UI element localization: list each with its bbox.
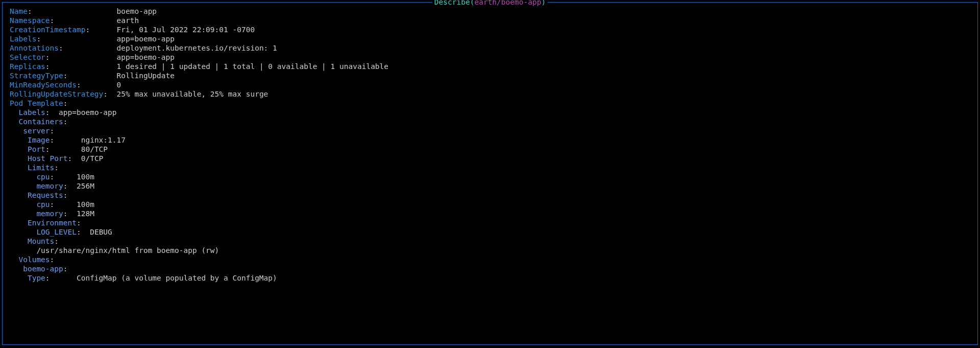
val-name: boemo-app — [117, 7, 157, 15]
key-minready: MinReadySeconds — [10, 81, 77, 89]
row-strategy: StrategyType: RollingUpdate — [10, 71, 977, 80]
val-labels: app=boemo-app — [117, 35, 175, 43]
pod-labels-key: Labels — [18, 108, 45, 117]
requests-header: Requests — [28, 191, 63, 199]
env-header: Environment — [28, 219, 77, 227]
req-mem-key: memory — [36, 210, 63, 218]
env-log-val: DEBUG — [90, 228, 112, 236]
key-creation: CreationTimestamp — [10, 26, 85, 34]
row-requests: Requests: — [10, 191, 977, 200]
title-ref: earth/boemo-app — [474, 0, 541, 6]
hostport-key: Host Port — [28, 154, 68, 163]
row-minready: MinReadySeconds: 0 — [10, 80, 977, 89]
mount-path: /usr/share/nginx/html from boemo-app (rw… — [36, 246, 219, 254]
key-strategy: StrategyType — [10, 72, 63, 80]
row-namespace: Namespace: earth — [10, 16, 977, 25]
key-annotations: Annotations — [10, 44, 59, 52]
title-action: Describe — [434, 0, 470, 6]
row-env: Environment: — [10, 218, 977, 227]
key-selector: Selector — [10, 53, 45, 61]
vol-type-key: Type — [28, 274, 45, 282]
val-annotations: deployment.kubernetes.io/revision: 1 — [117, 44, 277, 52]
row-name: Name: boemo-app — [10, 7, 977, 16]
row-port: Port: 80/TCP — [10, 145, 977, 154]
title-rparen: ) — [541, 0, 546, 6]
row-req-cpu: cpu: 100m — [10, 200, 977, 209]
key-namespace: Namespace — [10, 16, 50, 25]
key-labels: Labels — [10, 35, 36, 43]
row-hostport: Host Port: 0/TCP — [10, 154, 977, 163]
val-namespace: earth — [117, 16, 139, 25]
row-limits-cpu: cpu: 100m — [10, 172, 977, 181]
hostport-val: 0/TCP — [81, 154, 104, 163]
container-name: server — [23, 127, 50, 135]
limits-cpu-val: 100m — [77, 173, 94, 181]
row-vol-name: boemo-app: — [10, 264, 977, 273]
panel-title: Describe(earth/boemo-app) — [432, 0, 548, 7]
row-env-log: LOG_LEVEL: DEBUG — [10, 227, 977, 237]
row-mounts: Mounts: — [10, 237, 977, 246]
port-val: 80/TCP — [81, 145, 108, 153]
row-vol-type: Type: ConfigMap (a volume populated by a… — [10, 273, 977, 283]
limits-header: Limits — [28, 164, 54, 172]
row-limits: Limits: — [10, 163, 977, 172]
describe-content[interactable]: Name: boemo-app Namespace: earth Creatio… — [3, 7, 977, 283]
row-mount-path: /usr/share/nginx/html from boemo-app (rw… — [10, 246, 977, 255]
row-pod-containers: Containers: — [10, 117, 977, 126]
vol-type-val: ConfigMap (a volume populated by a Confi… — [77, 274, 277, 282]
req-mem-val: 128M — [77, 210, 94, 218]
row-pod-labels: Labels: app=boemo-app — [10, 108, 977, 117]
env-log-key: LOG_LEVEL — [36, 228, 77, 236]
val-creation: Fri, 01 Jul 2022 22:09:01 -0700 — [117, 26, 255, 34]
key-replicas: Replicas — [10, 62, 45, 71]
row-creation: CreationTimestamp: Fri, 01 Jul 2022 22:0… — [10, 25, 977, 34]
row-limits-mem: memory: 256M — [10, 181, 977, 191]
podtemplate-header: Pod Template — [10, 99, 63, 107]
val-strategy: RollingUpdate — [117, 72, 175, 80]
describe-panel: Describe(earth/boemo-app) Name: boemo-ap… — [2, 2, 978, 345]
pod-containers: Containers — [18, 118, 63, 126]
val-replicas: 1 desired | 1 updated | 1 total | 0 avai… — [117, 62, 389, 71]
row-labels: Labels: app=boemo-app — [10, 34, 977, 43]
val-minready: 0 — [117, 81, 121, 89]
row-image: Image: nginx:1.17 — [10, 135, 977, 145]
port-key: Port — [28, 145, 45, 153]
vol-name: boemo-app — [23, 265, 63, 273]
limits-cpu-key: cpu — [36, 173, 50, 181]
req-cpu-val: 100m — [77, 200, 94, 208]
image-val: nginx:1.17 — [81, 136, 126, 144]
volumes-header: Volumes — [18, 256, 50, 264]
row-rollstrat: RollingUpdateStrategy: 25% max unavailab… — [10, 89, 977, 99]
val-rollstrat: 25% max unavailable, 25% max surge — [117, 90, 268, 98]
mounts-header: Mounts — [28, 237, 54, 245]
row-podtemplate: Pod Template: — [10, 99, 977, 108]
key-name: Name — [10, 7, 28, 15]
row-selector: Selector: app=boemo-app — [10, 53, 977, 62]
row-container-name: server: — [10, 126, 977, 135]
key-rollstrat: RollingUpdateStrategy — [10, 90, 103, 98]
req-cpu-key: cpu — [36, 200, 50, 208]
row-annotations: Annotations: deployment.kubernetes.io/re… — [10, 43, 977, 53]
image-key: Image — [28, 136, 50, 144]
row-req-mem: memory: 128M — [10, 209, 977, 218]
row-replicas: Replicas: 1 desired | 1 updated | 1 tota… — [10, 62, 977, 71]
row-volumes: Volumes: — [10, 255, 977, 264]
pod-labels-val: app=boemo-app — [59, 108, 117, 117]
val-selector: app=boemo-app — [117, 53, 175, 61]
limits-mem-val: 256M — [77, 182, 94, 190]
title-lparen: ( — [470, 0, 475, 6]
limits-mem-key: memory — [36, 182, 63, 190]
